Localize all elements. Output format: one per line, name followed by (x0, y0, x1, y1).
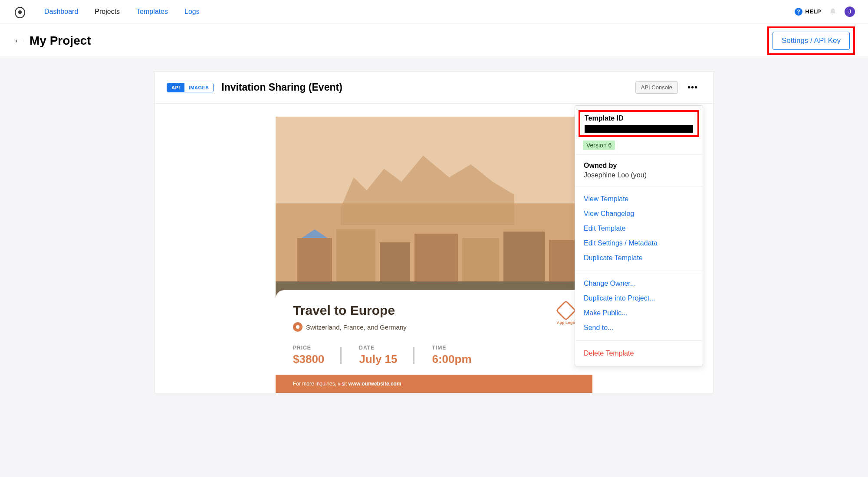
link-make-public[interactable]: Make Public... (575, 306, 703, 320)
card-header: API IMAGES Invitation Sharing (Event) AP… (155, 72, 713, 103)
preview-image (276, 117, 592, 303)
svg-point-3 (18, 10, 22, 14)
dropdown-links-1: View Template View Changelog Edit Templa… (575, 186, 703, 271)
link-view-template[interactable]: View Template (575, 192, 703, 206)
footer-prefix: For more inquiries, visit (293, 381, 348, 387)
link-duplicate-template[interactable]: Duplicate Template (575, 251, 703, 265)
stat-price-label: PRICE (293, 345, 324, 351)
owned-by-label: Owned by (584, 162, 694, 170)
preview-top: Travel to Europe Switzerland, France, an… (293, 303, 575, 332)
template-id-label: Template ID (585, 114, 693, 122)
svg-rect-11 (462, 238, 499, 281)
user-avatar[interactable]: J (845, 7, 855, 17)
preview-title: Travel to Europe (293, 303, 407, 318)
settings-api-key-button[interactable]: Settings / API Key (773, 32, 850, 50)
app-logo-shape-icon (556, 300, 576, 321)
more-options-icon[interactable]: ••• (684, 82, 701, 92)
svg-rect-12 (503, 232, 545, 281)
stat-time-value: 6:00pm (432, 353, 471, 366)
nav-logs[interactable]: Logs (184, 8, 200, 16)
help-label: HELP (805, 8, 821, 15)
preview-info: Travel to Europe Switzerland, France, an… (276, 290, 592, 375)
nav-projects[interactable]: Projects (95, 8, 120, 16)
nav-links: Dashboard Projects Templates Logs (44, 8, 795, 16)
app-logo-icon[interactable] (13, 5, 27, 19)
stat-date-label: DATE (359, 345, 397, 351)
notifications-icon[interactable] (829, 8, 837, 16)
badge-api: API (167, 83, 184, 92)
preview-location: Switzerland, France, and Germany (306, 323, 407, 331)
page-title-wrap: ← My Project (13, 34, 91, 48)
stat-date: DATE July 15 (359, 345, 414, 366)
nav-right: ? HELP J (795, 7, 855, 17)
stat-price: PRICE $3800 (293, 345, 342, 366)
preview-footer: For more inquiries, visit www.ourwebsite… (276, 375, 592, 393)
badge-images: IMAGES (184, 83, 213, 92)
link-delete-template[interactable]: Delete Template (575, 346, 703, 361)
link-send-to[interactable]: Send to... (575, 320, 703, 335)
owned-by-value: Josephine Loo (you) (584, 171, 694, 179)
link-edit-template[interactable]: Edit Template (575, 221, 703, 236)
type-badges: API IMAGES (167, 83, 214, 92)
stat-time-label: TIME (432, 345, 471, 351)
template-card: API IMAGES Invitation Sharing (Event) AP… (154, 71, 714, 393)
template-dropdown: Template ID Version 6 Owned by Josephine… (575, 105, 703, 366)
footer-url: www.ourwebsite.com (348, 381, 401, 387)
svg-rect-9 (380, 242, 410, 281)
template-preview: Travel to Europe Switzerland, France, an… (276, 117, 592, 393)
content-area: API IMAGES Invitation Sharing (Event) AP… (0, 58, 868, 393)
help-button[interactable]: ? HELP (795, 8, 821, 16)
nav-templates[interactable]: Templates (136, 8, 168, 16)
template-id-value (585, 125, 693, 133)
stat-time: TIME 6:00pm (432, 345, 489, 366)
svg-rect-8 (336, 229, 375, 281)
nav-dashboard[interactable]: Dashboard (44, 8, 78, 16)
app-logo-text: App Logo (557, 320, 575, 325)
subheader: ← My Project Settings / API Key (0, 23, 868, 58)
preview-subtitle: Switzerland, France, and Germany (293, 322, 407, 332)
card-header-right: API Console ••• Template ID Version 6 Ow… (635, 81, 701, 94)
template-id-highlight: Template ID (579, 110, 699, 137)
svg-point-1 (18, 7, 20, 8)
api-console-button[interactable]: API Console (635, 81, 678, 94)
preview-stats: PRICE $3800 DATE July 15 TIME 6:00pm (293, 345, 575, 366)
dropdown-links-2: Change Owner... Duplicate into Project..… (575, 271, 703, 341)
settings-highlight: Settings / API Key (767, 26, 855, 55)
back-arrow-icon[interactable]: ← (13, 34, 24, 47)
stat-price-value: $3800 (293, 353, 324, 366)
link-view-changelog[interactable]: View Changelog (575, 206, 703, 221)
preview-app-logo: App Logo (557, 303, 575, 325)
svg-rect-7 (297, 238, 332, 281)
help-icon: ? (795, 8, 802, 16)
link-duplicate-project[interactable]: Duplicate into Project... (575, 291, 703, 306)
link-change-owner[interactable]: Change Owner... (575, 276, 703, 291)
location-pin-icon (293, 322, 302, 332)
svg-point-2 (21, 7, 22, 8)
page-title: My Project (30, 34, 91, 48)
link-edit-settings[interactable]: Edit Settings / Metadata (575, 236, 703, 251)
version-badge: Version 6 (583, 140, 615, 150)
stat-date-value: July 15 (359, 353, 397, 366)
dropdown-links-3: Delete Template (575, 341, 703, 366)
top-navigation: Dashboard Projects Templates Logs ? HELP… (0, 0, 868, 23)
svg-rect-10 (414, 234, 458, 281)
template-title: Invitation Sharing (Event) (221, 82, 627, 93)
